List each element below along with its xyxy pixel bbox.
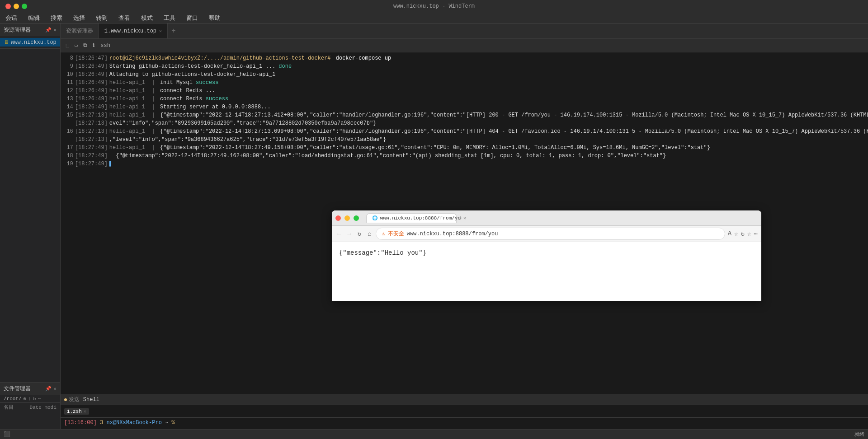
sidebar-spacer	[0, 49, 60, 382]
status-bar: ⬛ 就绪	[0, 429, 868, 439]
send-dot	[64, 398, 67, 401]
tab-close-icon[interactable]: ✕	[159, 28, 162, 34]
pin-icon-fm[interactable]: 📌	[45, 386, 52, 392]
path-label: /root/	[4, 396, 22, 402]
terminal-line-15: 15 [18:27:13] hello-api_1 | {"@timestamp…	[64, 111, 868, 119]
menu-goto[interactable]: 转到	[94, 13, 109, 23]
api-response: {"message":"Hello you"}	[339, 249, 426, 257]
terminal-line-19: 19 [18:27:49] ▌	[64, 160, 868, 168]
tab-ssh-session[interactable]: 1.www.nickxu.top ✕	[99, 23, 168, 38]
pin-icon[interactable]: 📌	[45, 27, 52, 33]
resource-manager-header: 资源管理器 📌 ✕	[0, 23, 60, 36]
close-fm-icon[interactable]: ✕	[53, 386, 57, 392]
more-tools-icon[interactable]: ⋯	[754, 230, 757, 238]
tab-ssh-label: 1.www.nickxu.top	[104, 28, 156, 34]
tab-resource-label: 资源管理器	[66, 27, 93, 35]
resource-manager-title-area: 资源管理器	[4, 26, 31, 34]
browser-tab-close-icon[interactable]: ✕	[463, 215, 466, 221]
zsh-tab-close-icon[interactable]: ✕	[84, 409, 86, 414]
resource-manager-section: 资源管理器 📌 ✕ 🖥 www.nickxu.top	[0, 23, 60, 49]
tab-resource-manager[interactable]: 资源管理器	[61, 23, 99, 38]
terminal-line-9: 9 [18:26:49] Starting github-actions-tes…	[64, 62, 868, 70]
shell-tab[interactable]: Shell	[83, 397, 99, 403]
server-icon: 🖥	[4, 39, 9, 46]
menu-select[interactable]: 选择	[71, 13, 87, 23]
security-warning-icon: ⚠	[382, 230, 385, 237]
browser-refresh-icon[interactable]: ↻	[356, 229, 363, 238]
left-sidebar: 资源管理器 📌 ✕ 🖥 www.nickxu.top 文件管理器 📌	[0, 23, 61, 439]
path-icon[interactable]: ⊕	[24, 396, 27, 402]
reader-mode-icon[interactable]: A	[728, 230, 731, 238]
menu-tools[interactable]: 工具	[162, 13, 177, 23]
browser-close-btn[interactable]	[335, 215, 341, 221]
new-tab-button[interactable]: +	[168, 27, 179, 35]
more-icon[interactable]: ⋯	[38, 396, 41, 402]
collections-icon[interactable]: ↻	[741, 230, 745, 238]
browser-min-btn[interactable]	[344, 215, 350, 221]
menu-help[interactable]: 帮助	[207, 13, 222, 23]
zsh-tab[interactable]: 1.zsh ✕	[64, 408, 89, 415]
file-manager-icons: 📌 ✕	[45, 386, 57, 392]
menu-session[interactable]: 会话	[4, 13, 19, 23]
refresh-fm-icon[interactable]: ↻	[33, 396, 36, 402]
terminal-prompt[interactable]: [13:16:00] 3 nx@NXsMacBook-Pro ~ %	[61, 418, 868, 428]
close-sidebar-icon[interactable]: ✕	[53, 27, 57, 33]
prompt-time: [13:16:00]	[64, 420, 97, 426]
split-h-icon[interactable]: ▭	[73, 41, 80, 50]
feedback-icon[interactable]: ☆	[747, 230, 751, 238]
info-icon[interactable]: ℹ	[91, 41, 97, 50]
favicon-icon: 🌐	[372, 215, 377, 221]
terminal-area[interactable]: 8 [18:26:47] root@iZj6c9izlk3uwhie4v1byx…	[61, 52, 868, 394]
window-controls	[5, 4, 27, 9]
browser-content: {"message":"Hello you"}	[332, 242, 761, 264]
resource-manager-title: 资源管理器	[4, 26, 31, 34]
terminal-line-13: 13 [18:26:49] hello-api_1 | connect Redi…	[64, 95, 868, 103]
bottom-panel-header: 发送 Shell	[61, 394, 868, 405]
file-manager-title: 文件管理器	[4, 385, 31, 392]
browser-forward-icon[interactable]: →	[345, 229, 353, 238]
terminal-line-10: 10 [18:26:49] Attaching to github-action…	[64, 70, 868, 79]
tree-item-server[interactable]: 🖥 www.nickxu.top	[0, 38, 60, 47]
maximize-button[interactable]	[22, 4, 27, 9]
browser-tab-active[interactable]: 🌐 www.nickxu.top:8888/from/yo ✕	[366, 213, 457, 223]
status-left-icon[interactable]: ⬛	[4, 431, 10, 438]
send-label: 发送	[69, 396, 80, 403]
resource-manager-icons: 📌 ✕	[45, 27, 57, 33]
split-v-icon[interactable]: ⬚	[64, 41, 71, 50]
file-list-area	[0, 411, 60, 430]
send-tab[interactable]: 发送	[64, 396, 80, 403]
menu-search[interactable]: 搜索	[49, 13, 64, 23]
zsh-tab-label: 1.zsh	[67, 409, 82, 414]
terminal-line-15b: [18:27:13] evel":"info","span":"89293699…	[64, 119, 868, 127]
menu-window[interactable]: 窗口	[184, 13, 200, 23]
browser-url-bar[interactable]: ⚠ 不安全 www.nickxu.top:8888/from/you	[376, 228, 725, 240]
terminal-line-14: 14 [18:26:49] hello-api_1 | Starting ser…	[64, 103, 868, 111]
prompt-separator: ~	[165, 420, 171, 426]
window-title: www.nickxu.top - WindTerm	[393, 3, 475, 9]
copy-term-icon[interactable]: ⧉	[81, 42, 89, 50]
menu-mode[interactable]: 模式	[139, 13, 155, 23]
browser-home-icon[interactable]: ⌂	[366, 229, 373, 238]
terminal-line-16: 16 [18:27:13] hello-api_1 | {"@timestamp…	[64, 127, 868, 135]
browser-tabs-area: 🌐 www.nickxu.top:8888/from/yo ✕ +	[366, 213, 758, 223]
shell-label: Shell	[83, 397, 99, 403]
close-button[interactable]	[5, 4, 11, 9]
browser-back-icon[interactable]: ←	[335, 229, 343, 238]
favorites-icon[interactable]: ☆	[734, 230, 738, 238]
file-manager-toolbar: /root/ ⊕ ↑ ↻ ⋯	[0, 395, 60, 403]
browser-window: 🌐 www.nickxu.top:8888/from/yo ✕ + ← → ↻ …	[332, 210, 761, 301]
minimize-button[interactable]	[14, 4, 19, 9]
browser-max-btn[interactable]	[354, 215, 359, 221]
tab-bar: 资源管理器 1.www.nickxu.top ✕ +	[61, 23, 868, 39]
terminal-line-16b: [18:27:13] ,"level":"info","span":"9a368…	[64, 135, 868, 144]
server-label: www.nickxu.top	[11, 39, 57, 46]
prompt-host: nx@NXsMacBook-Pro	[106, 420, 161, 426]
title-bar: www.nickxu.top - WindTerm	[0, 0, 868, 13]
nav-up-icon[interactable]: ↑	[28, 396, 31, 402]
insecure-label: 不安全	[388, 230, 404, 238]
terminal-line-8: 8 [18:26:47] root@iZj6c9izlk3uwhie4v1byx…	[64, 54, 868, 62]
terminal-line-18: 18 [18:27:49] {"@timestamp":"2022-12-14T…	[64, 152, 868, 160]
menu-edit[interactable]: 编辑	[26, 13, 42, 23]
menu-view[interactable]: 查看	[117, 13, 132, 23]
browser-new-tab-icon[interactable]: +	[458, 215, 462, 222]
